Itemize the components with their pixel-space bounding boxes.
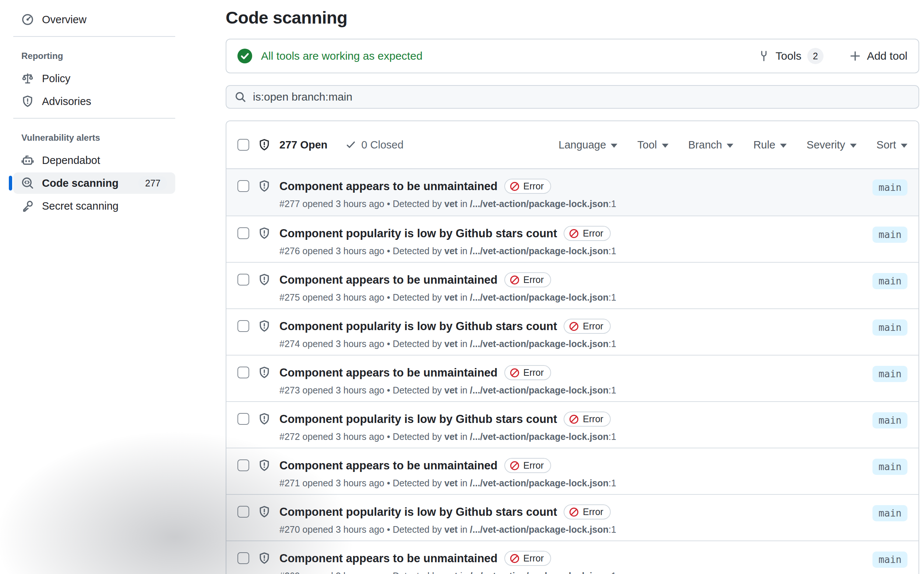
add-tool-button[interactable]: Add tool [849, 50, 907, 62]
chevron-down-icon [727, 144, 733, 148]
sidebar-item-dependabot[interactable]: Dependabot [13, 150, 175, 171]
alert-row[interactable]: Component popularity is low by Github st… [226, 494, 918, 541]
branch-badge[interactable]: main [872, 180, 907, 196]
alert-row[interactable]: Component appears to be unmaintained Err… [226, 262, 918, 308]
branch-badge[interactable]: main [872, 552, 907, 568]
alert-row[interactable]: Component appears to be unmaintained Err… [226, 448, 918, 494]
chevron-down-icon [662, 144, 668, 148]
severity-badge: Error [564, 226, 611, 241]
row-checkbox[interactable] [237, 459, 249, 471]
severity-badge-label: Error [523, 553, 544, 564]
sidebar-divider [13, 36, 175, 37]
tools-button[interactable]: Tools 2 [758, 48, 823, 64]
filter-tool[interactable]: Tool [637, 139, 668, 151]
alert-row-content: Component appears to be unmaintained Err… [280, 272, 616, 303]
row-checkbox[interactable] [237, 367, 249, 378]
alert-title-link[interactable]: Component popularity is low by Github st… [280, 227, 557, 240]
alert-title-link[interactable]: Component popularity is low by Github st… [280, 505, 557, 519]
page-title: Code scanning [226, 7, 919, 28]
law-icon [21, 72, 34, 85]
chevron-down-icon [611, 144, 618, 148]
branch-badge[interactable]: main [872, 412, 907, 429]
no-entry-icon [569, 414, 579, 424]
no-entry-icon [509, 460, 520, 471]
row-checkbox[interactable] [237, 552, 249, 564]
sidebar-divider [13, 118, 175, 118]
no-entry-icon [569, 321, 579, 331]
tools-status: All tools are working as expected [237, 49, 423, 63]
alerts-list: 277 Open 0 Closed Language Tool Branch R… [226, 120, 919, 574]
search-input[interactable] [253, 91, 910, 103]
sidebar-item-overview[interactable]: Overview [13, 9, 175, 30]
filter-severity[interactable]: Severity [806, 139, 856, 151]
alert-title-link[interactable]: Component appears to be unmaintained [280, 273, 498, 287]
alert-row[interactable]: Component popularity is low by Github st… [226, 308, 918, 355]
security-sidebar: Overview Reporting Policy Advisories Vul… [13, 7, 175, 218]
open-count-toggle[interactable]: 277 Open [280, 139, 328, 151]
filter-branch[interactable]: Branch [688, 139, 734, 151]
row-checkbox[interactable] [237, 274, 249, 285]
alert-meta: #272 opened 3 hours ago • Detected by ve… [280, 431, 616, 442]
row-checkbox[interactable] [237, 320, 249, 332]
alert-row-content: Component appears to be unmaintained Err… [280, 365, 616, 396]
check-circle-icon [237, 49, 252, 63]
severity-badge: Error [504, 179, 552, 194]
tools-status-text: All tools are working as expected [261, 50, 423, 62]
wrench-icon [758, 50, 770, 62]
branch-badge[interactable]: main [872, 273, 907, 289]
shield-icon [258, 320, 270, 332]
filter-rule[interactable]: Rule [753, 139, 787, 151]
tools-button-label: Tools [776, 50, 801, 62]
sidebar-item-label: Policy [42, 73, 70, 85]
code-scanning-page: Code scanning All tools are working as e… [226, 0, 919, 574]
alert-row-content: Component popularity is low by Github st… [280, 412, 616, 442]
row-checkbox[interactable] [237, 413, 249, 425]
branch-badge[interactable]: main [872, 459, 907, 475]
sidebar-item-policy[interactable]: Policy [13, 68, 175, 89]
severity-badge: Error [504, 365, 552, 380]
alert-title-link[interactable]: Component popularity is low by Github st… [280, 413, 557, 426]
alert-title-link[interactable]: Component appears to be unmaintained [280, 366, 498, 380]
row-checkbox[interactable] [237, 227, 249, 239]
sidebar-section-reporting: Reporting [13, 43, 175, 66]
select-all-checkbox[interactable] [237, 139, 249, 151]
sidebar-item-secret-scanning[interactable]: Secret scanning [13, 195, 175, 217]
severity-badge: Error [504, 458, 552, 473]
shield-icon [258, 505, 270, 518]
row-checkbox[interactable] [237, 506, 249, 518]
sidebar-item-advisories[interactable]: Advisories [13, 91, 175, 112]
sidebar-item-label: Secret scanning [42, 200, 119, 212]
severity-badge: Error [564, 505, 611, 519]
alert-row-content: Component appears to be unmaintained Err… [280, 458, 616, 489]
alert-title-link[interactable]: Component popularity is low by Github st… [280, 320, 557, 333]
sidebar-item-code-scanning[interactable]: Code scanning 277 [13, 172, 175, 194]
row-checkbox[interactable] [237, 180, 249, 192]
branch-badge[interactable]: main [872, 366, 907, 382]
alert-row[interactable]: Component popularity is low by Github st… [226, 401, 918, 448]
closed-count-toggle[interactable]: 0 Closed [345, 139, 404, 151]
alert-title-link[interactable]: Component appears to be unmaintained [280, 459, 498, 472]
tools-status-banner: All tools are working as expected Tools … [226, 39, 919, 73]
sidebar-item-label: Dependabot [42, 155, 100, 167]
alert-title-link[interactable]: Component appears to be unmaintained [280, 552, 498, 565]
filter-language[interactable]: Language [558, 139, 618, 151]
alerts-search [226, 85, 919, 109]
alert-row[interactable]: Component appears to be unmaintained Err… [226, 541, 918, 574]
alert-meta: #273 opened 3 hours ago • Detected by ve… [280, 385, 616, 396]
alert-row[interactable]: Component appears to be unmaintained Err… [226, 169, 918, 216]
filter-sort[interactable]: Sort [877, 139, 907, 151]
alert-meta: #277 opened 3 hours ago • Detected by ve… [280, 199, 616, 209]
alert-row[interactable]: Component popularity is low by Github st… [226, 216, 918, 262]
shield-icon [258, 139, 270, 151]
severity-badge: Error [504, 272, 552, 287]
chevron-down-icon [850, 144, 856, 148]
sidebar-item-label: Code scanning [42, 177, 119, 189]
alert-title-link[interactable]: Component appears to be unmaintained [280, 180, 498, 193]
severity-badge-label: Error [583, 414, 603, 424]
closed-count-label: 0 Closed [361, 139, 404, 151]
branch-badge[interactable]: main [872, 319, 907, 336]
branch-badge[interactable]: main [872, 505, 907, 521]
alert-row[interactable]: Component appears to be unmaintained Err… [226, 355, 918, 401]
branch-badge[interactable]: main [872, 227, 907, 243]
no-entry-icon [569, 507, 579, 517]
